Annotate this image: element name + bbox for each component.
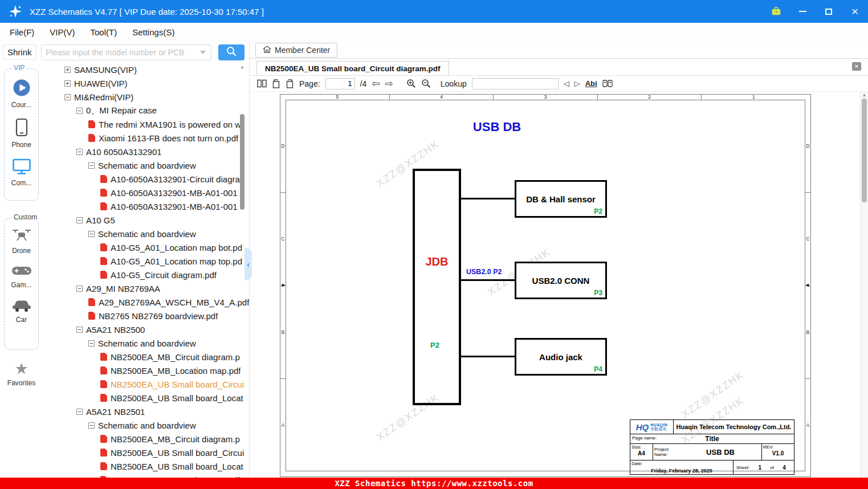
tree-item[interactable]: −A10 G5 [43, 213, 249, 227]
search-button[interactable] [218, 44, 244, 60]
collapse-toggle-icon[interactable]: − [88, 162, 95, 169]
shrink-button[interactable]: Shrink [3, 44, 36, 60]
tree-item-label: A29_NB2769AA_WSCH_MB_V4_A.pdf [99, 298, 249, 307]
sidebar-item-label: Drone [5, 247, 38, 255]
next-page-icon[interactable]: ⇨ [385, 79, 393, 88]
tree-item[interactable]: NB2500EA_MB_Location map.pdf [43, 364, 249, 377]
next-result-icon[interactable]: ▷ [574, 79, 580, 88]
tree-item[interactable]: −Schematic and boardview [43, 336, 249, 350]
tree-scrollbar-thumb[interactable] [240, 114, 244, 210]
tree-item[interactable]: −Schematic and boardview [43, 158, 249, 172]
two-page-view-icon[interactable] [257, 79, 267, 88]
maximize-button[interactable] [824, 6, 834, 17]
scroll-up-icon[interactable]: ▴ [239, 64, 245, 70]
menu-vip[interactable]: VIP(V) [45, 25, 79, 39]
collapse-toggle-icon[interactable]: − [76, 327, 83, 333]
tree-item[interactable]: A10-6050A3132901-MB-A01-001 [43, 186, 249, 199]
rotate-left-icon[interactable] [272, 79, 280, 88]
text-select-tool-icon[interactable]: Abi [585, 79, 597, 88]
collapse-toggle-icon[interactable]: − [76, 286, 83, 292]
tree-item-label: NB2500EA_MB_Circuit diagram.p [111, 434, 240, 444]
panel-collapse-handle[interactable]: ‹ [244, 248, 252, 280]
expand-toggle-icon[interactable]: + [64, 67, 71, 73]
viewer-scrollbar[interactable]: ▴ [860, 92, 868, 478]
tree-item[interactable]: A10-6050A3132901-Circuit diagra [43, 172, 249, 186]
search-input[interactable] [42, 45, 200, 60]
sidebar-item-favorites[interactable]: ★ Favorites [0, 360, 43, 388]
menu-tool[interactable]: Tool(T) [86, 25, 122, 39]
collapse-toggle-icon[interactable]: − [76, 409, 83, 415]
zoom-out-icon[interactable] [421, 79, 431, 88]
size-label: Size: [631, 445, 651, 450]
member-row: Member Center [250, 42, 868, 59]
tree-item[interactable]: +HUAWEI(VIP) [43, 76, 249, 90]
scroll-up-icon[interactable]: ▴ [861, 92, 868, 98]
tree-item[interactable]: −MI&Redmi(VIP) [43, 90, 249, 104]
tree-item[interactable]: A10-G5_A01_Location map bot.pd [43, 241, 249, 254]
prev-result-icon[interactable]: ◁ [564, 79, 569, 88]
chevron-down-icon[interactable] [200, 51, 206, 54]
tree-item[interactable]: −0、MI Repair case [43, 104, 249, 117]
search-toolbar: Shrink [0, 42, 249, 63]
tree-item[interactable]: NB2765 NB2769 boardview.pdf [43, 309, 249, 323]
page-number-input[interactable] [325, 78, 355, 89]
tree-item[interactable]: The redmi XMA1901 is powered on w [43, 117, 249, 131]
collapse-toggle-icon[interactable]: − [88, 422, 95, 429]
prev-page-icon[interactable]: ⇦ [372, 79, 380, 88]
sidebar-item-drone[interactable]: Drone [5, 227, 38, 255]
tree-item[interactable]: A29_NB2769AA_WSCH_MB_V4_A.pdf [43, 295, 249, 309]
tree-item-label: 0、MI Repair case [86, 105, 157, 116]
ruler-label: 5 [286, 95, 390, 100]
sidebar-item-label: Favorites [7, 379, 35, 387]
tree-item-label: NB2500EA_UB Small board_Circui [111, 448, 244, 458]
close-button[interactable]: × [850, 6, 860, 17]
sidebar-item-game[interactable]: Gam... [5, 264, 38, 289]
document-tab[interactable]: NB2500EA_UB Small board_Circuit diagram.… [256, 61, 449, 75]
tree-item[interactable]: NB25015A_MB_Location map.pdf [43, 473, 249, 478]
sidebar-item-car[interactable]: Car [5, 298, 38, 324]
titlebar: XZZ Schematics V4.77 [ VIP Due date: 202… [0, 0, 868, 23]
collapse-toggle-icon[interactable]: − [88, 340, 95, 347]
pdf-file-icon [88, 134, 95, 142]
tree-item[interactable]: A10-G5_A01_Location map top.pd [43, 254, 249, 268]
viewer-scrollbar-thumb[interactable] [862, 99, 867, 202]
thumbnail-view-icon[interactable] [602, 80, 613, 87]
tree-item[interactable]: NB2500EA_UB Small board_Circui [43, 377, 249, 391]
tree-item[interactable]: −A29_MI NB2769AA [43, 282, 249, 295]
member-center-button[interactable]: Member Center [255, 43, 337, 58]
tree-item[interactable]: −Schematic and boardview [43, 227, 249, 241]
menu-file[interactable]: File(F) [5, 25, 39, 39]
tree-item[interactable]: NB2500EA_MB_Circuit diagram.p [43, 432, 249, 446]
collapse-toggle-icon[interactable]: − [88, 231, 95, 237]
member-center-label: Member Center [275, 46, 330, 55]
tree-item[interactable]: NB2500EA_UB Small board_Locat [43, 391, 249, 405]
collapse-toggle-icon[interactable]: − [64, 94, 71, 100]
tree-item[interactable]: −A5A21 NB2500 [43, 323, 249, 336]
expand-toggle-icon[interactable]: + [64, 80, 71, 87]
zoom-in-icon[interactable] [406, 79, 416, 88]
tree-item[interactable]: A10-6050A3132901-MB-A01-001 [43, 199, 249, 213]
tree-item[interactable]: NB2500EA_UB Small board_Circui [43, 446, 249, 459]
tree-item[interactable]: NB2500EA_UB Small board_Locat [43, 459, 249, 473]
collapse-toggle-icon[interactable]: − [76, 217, 83, 223]
vip-card-icon[interactable] [771, 6, 781, 17]
menubar: File(F) VIP(V) Tool(T) Settings(S) [0, 23, 868, 42]
sidebar-item-course[interactable]: Cour... [5, 78, 38, 109]
tree-item[interactable]: −Schematic and boardview [43, 418, 249, 432]
sidebar-item-phone[interactable]: Phone [5, 118, 38, 149]
lookup-input[interactable] [472, 78, 559, 89]
tree-item[interactable]: NB2500EA_MB_Circuit diagram.p [43, 350, 249, 364]
close-tab-icon[interactable]: ✕ [852, 62, 861, 71]
collapse-toggle-icon[interactable]: − [76, 108, 83, 114]
tree-item[interactable]: −A5A21 NB2501 [43, 405, 249, 418]
pin-label: P2 [594, 207, 602, 215]
sidebar-item-computer[interactable]: Com... [5, 158, 38, 187]
tree-item[interactable]: A10-G5_Circuit diagram.pdf [43, 268, 249, 282]
minimize-button[interactable] [797, 6, 808, 17]
tree-item[interactable]: Xiaomi 1613-FB does not turn on.pdf [43, 131, 249, 145]
menu-settings[interactable]: Settings(S) [128, 25, 179, 39]
tree-item[interactable]: −A10 6050A3132901 [43, 145, 249, 158]
rotate-right-icon[interactable] [286, 79, 294, 88]
tree-item[interactable]: +SAMSUNG(VIP) [43, 63, 249, 76]
collapse-toggle-icon[interactable]: − [76, 149, 83, 155]
